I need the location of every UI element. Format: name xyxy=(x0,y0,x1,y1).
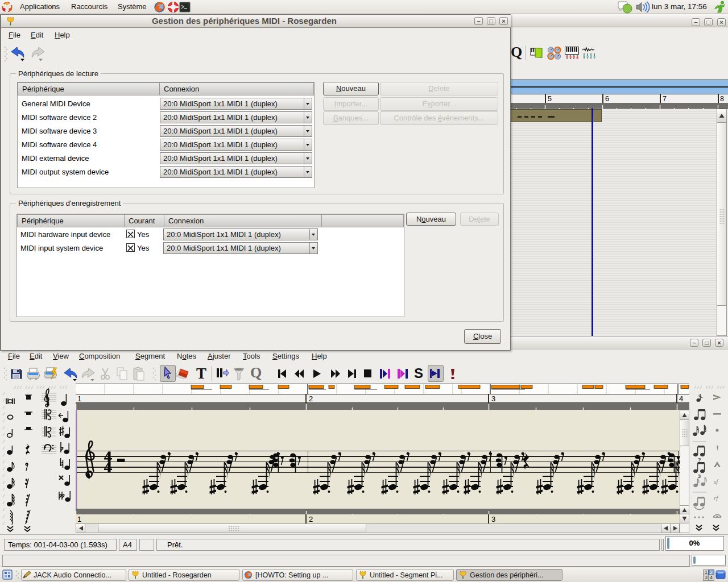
svg-text:rf: rf xyxy=(714,494,719,501)
svg-text:sf: sf xyxy=(714,478,719,485)
svg-text:3: 3 xyxy=(698,473,701,479)
svg-text:?: ? xyxy=(698,457,701,463)
